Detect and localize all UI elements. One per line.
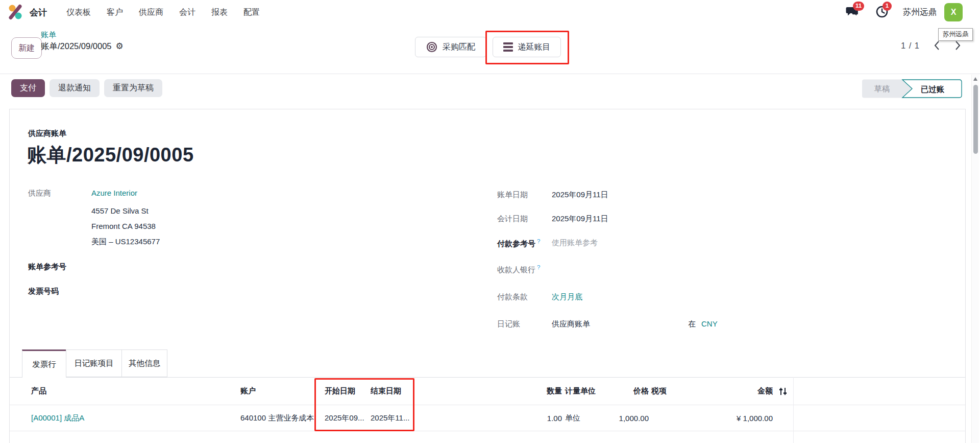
menu-item-configuration[interactable]: 配置 bbox=[243, 7, 260, 18]
pager: 1 / 1 bbox=[901, 40, 962, 51]
payment-terms-link[interactable]: 次月月底 bbox=[552, 292, 582, 302]
state-draft[interactable]: 草稿 bbox=[874, 84, 890, 93]
pager-next-button[interactable] bbox=[954, 40, 962, 51]
line-end-date[interactable]: 2025年11... bbox=[371, 413, 419, 423]
line-account[interactable]: 640100 主营业务成本 bbox=[240, 413, 325, 423]
deferred-entries-button[interactable]: 递延账目 bbox=[493, 37, 561, 57]
reset-to-draft-button[interactable]: 重置为草稿 bbox=[104, 79, 162, 97]
recipient-bank-label: 收款人银行 bbox=[497, 265, 535, 274]
line-quantity[interactable]: 1.00 bbox=[419, 414, 562, 423]
top-navbar: 会计 仪表板 客户 供应商 会计 报表 配置 11 1 bbox=[0, 0, 980, 25]
header-quantity: 数量 bbox=[419, 386, 562, 396]
bill-reference-label: 账单参考号 bbox=[28, 262, 66, 272]
line-start-date[interactable]: 2025年09... bbox=[325, 413, 371, 423]
menu-item-vendors[interactable]: 供应商 bbox=[139, 7, 163, 18]
accounting-date-label: 会计日期 bbox=[497, 214, 528, 224]
header-account: 账户 bbox=[240, 386, 325, 396]
header-taxes: 税项 bbox=[649, 386, 694, 396]
payment-reference-input[interactable]: 使用账单参考 bbox=[552, 238, 598, 248]
purchase-matching-button[interactable]: 采购匹配 bbox=[415, 37, 486, 57]
bill-date-label: 账单日期 bbox=[497, 190, 528, 200]
gear-icon[interactable]: ⚙ bbox=[116, 42, 124, 51]
menu-item-accounting[interactable]: 会计 bbox=[179, 7, 195, 18]
notebook-tabs: 发票行 日记账项目 其他信息 bbox=[22, 349, 167, 378]
header-start-date: 开始日期 bbox=[325, 386, 371, 396]
main-menu: 仪表板 客户 供应商 会计 报表 配置 bbox=[66, 7, 260, 18]
credit-note-button[interactable]: 退款通知 bbox=[50, 79, 100, 97]
line-uom[interactable]: 单位 bbox=[562, 413, 613, 423]
payment-reference-label: 付款参考号 bbox=[497, 239, 535, 248]
partner-address-line: Fremont CA 94538 bbox=[91, 222, 156, 230]
partner-label: 供应商 bbox=[28, 189, 51, 198]
pager-count: 1 / 1 bbox=[901, 41, 920, 51]
activities-count-badge: 1 bbox=[883, 2, 892, 11]
partner-link[interactable]: Azure Interior bbox=[91, 189, 137, 197]
line-price[interactable]: 1,000.00 bbox=[613, 414, 649, 423]
new-button[interactable]: 新建 bbox=[11, 37, 42, 59]
user-company-name[interactable]: 苏州远鼎 bbox=[903, 7, 937, 18]
menu-item-dashboard[interactable]: 仪表板 bbox=[66, 7, 91, 18]
breadcrumb-current: 账单/2025/09/0005 bbox=[41, 42, 112, 51]
purchase-matching-label: 采购匹配 bbox=[443, 42, 475, 53]
pay-button[interactable]: 支付 bbox=[11, 79, 45, 97]
app-name[interactable]: 会计 bbox=[30, 7, 47, 18]
optional-columns-icon[interactable] bbox=[773, 387, 793, 395]
menu-item-reporting[interactable]: 报表 bbox=[211, 7, 228, 18]
header-end-date: 结束日期 bbox=[371, 386, 419, 396]
breadcrumb: 账单 账单/2025/09/0005 ⚙ bbox=[41, 31, 124, 51]
in-label: 在 bbox=[688, 319, 696, 329]
document-type-label: 供应商账单 bbox=[28, 129, 66, 138]
line-amount: ¥ 1,000.00 bbox=[694, 414, 773, 423]
lines-table-header: 产品 账户 开始日期 结束日期 数量 计量单位 价格 税项 金额 bbox=[10, 378, 965, 405]
pager-previous-button[interactable] bbox=[933, 40, 941, 51]
messages-button[interactable]: 11 bbox=[845, 5, 860, 20]
header-product: 产品 bbox=[10, 386, 240, 396]
tab-invoice-lines[interactable]: 发票行 bbox=[22, 349, 66, 378]
tab-other-info[interactable]: 其他信息 bbox=[121, 349, 167, 377]
header-amount: 金额 bbox=[694, 386, 773, 396]
bill-form-sheet: 供应商账单 账单/2025/09/0005 供应商 Azure Interior… bbox=[9, 109, 966, 443]
help-icon[interactable]: ? bbox=[537, 264, 540, 270]
vertical-scrollbar[interactable] bbox=[971, 75, 979, 443]
breadcrumb-parent-link[interactable]: 账单 bbox=[41, 31, 124, 38]
accounting-date-value[interactable]: 2025年09月11日 bbox=[552, 214, 608, 224]
user-avatar[interactable]: X bbox=[944, 3, 963, 21]
journal-label: 日记账 bbox=[497, 319, 520, 329]
header-uom: 计量单位 bbox=[562, 386, 613, 396]
messages-count-badge: 11 bbox=[853, 2, 864, 11]
bullseye-icon bbox=[426, 41, 437, 53]
navbar-right: 11 1 苏州远鼎 X bbox=[845, 3, 980, 21]
help-icon[interactable]: ? bbox=[537, 238, 540, 244]
status-row: 支付 退款通知 重置为草稿 草稿 已过账 bbox=[0, 75, 980, 109]
payment-terms-label: 付款条款 bbox=[497, 292, 528, 302]
control-panel: 新建 账单 账单/2025/09/0005 ⚙ 采购匹配 递延账目 苏州远鼎 1… bbox=[0, 25, 980, 74]
invoice-number-label: 发票号码 bbox=[28, 287, 59, 296]
partner-address-line: 4557 De Silva St bbox=[91, 206, 149, 215]
status-widget[interactable]: 草稿 已过账 bbox=[862, 79, 962, 100]
scrollbar-up-arrow[interactable] bbox=[973, 77, 977, 81]
bill-title[interactable]: 账单/2025/09/0005 bbox=[27, 142, 194, 168]
table-column-separator bbox=[793, 377, 794, 443]
avatar-tooltip: 苏州远鼎 bbox=[938, 28, 973, 41]
state-posted[interactable]: 已过账 bbox=[921, 85, 945, 94]
bars-icon bbox=[503, 42, 513, 52]
accounting-app-logo-icon bbox=[8, 4, 22, 21]
partner-address-line: 美国 – US12345677 bbox=[91, 237, 160, 247]
header-price: 价格 bbox=[613, 386, 649, 396]
bill-date-value[interactable]: 2025年09月11日 bbox=[552, 190, 608, 200]
journal-value[interactable]: 供应商账单 bbox=[552, 319, 590, 329]
scrollbar-thumb[interactable] bbox=[973, 85, 978, 154]
line-product-link[interactable]: [A00001] 成品A bbox=[10, 413, 240, 423]
invoice-line-row: [A00001] 成品A 640100 主营业务成本 2025年09... 20… bbox=[10, 405, 965, 431]
deferred-entries-label: 递延账目 bbox=[518, 42, 551, 53]
currency-link[interactable]: CNY bbox=[701, 319, 718, 328]
activities-button[interactable]: 1 bbox=[874, 5, 890, 20]
menu-item-customers[interactable]: 客户 bbox=[107, 7, 123, 18]
tab-journal-items[interactable]: 日记账项目 bbox=[66, 349, 122, 377]
